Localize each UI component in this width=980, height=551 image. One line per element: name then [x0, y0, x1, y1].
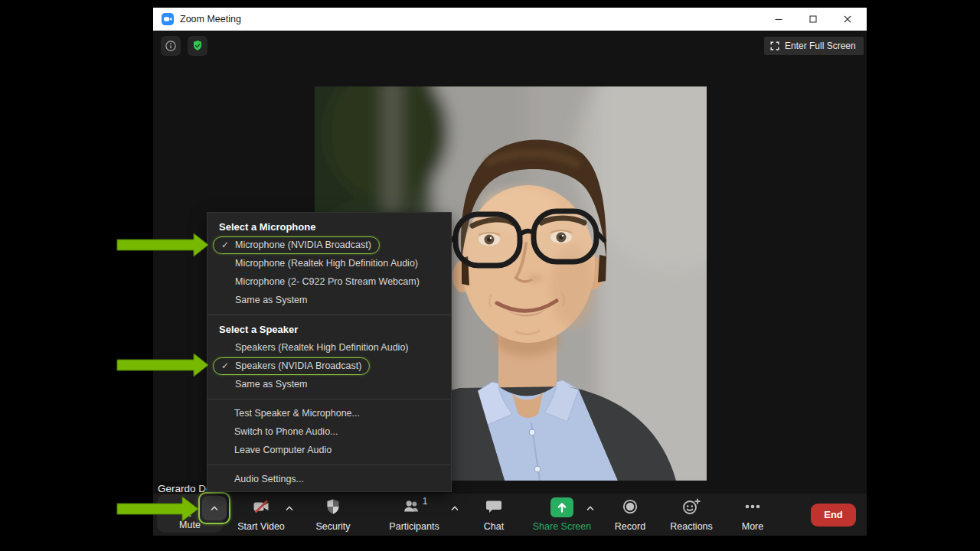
end-meeting-button[interactable]: End	[811, 504, 856, 527]
fullscreen-icon	[770, 41, 779, 51]
zoom-meeting-window: Zoom Meeting	[153, 8, 867, 536]
security-shield-icon	[324, 497, 342, 516]
maximize-button[interactable]	[799, 8, 828, 31]
close-button[interactable]	[833, 8, 862, 31]
window-title: Zoom Meeting	[180, 8, 241, 31]
select-microphone-header: Select a Microphone	[207, 217, 451, 236]
meeting-toolbar: Mute Start Video	[153, 494, 867, 536]
menu-item-audio-settings[interactable]: Audio Settings...	[207, 470, 451, 488]
microphone-icon	[178, 500, 197, 518]
enter-fullscreen-label: Enter Full Screen	[785, 41, 856, 51]
meeting-info-button[interactable]	[161, 36, 181, 56]
menu-item-test-speaker-microphone[interactable]: Test Speaker & Microphone...	[207, 404, 451, 422]
record-label: Record	[615, 521, 645, 532]
selected-device-highlight: ✓ Microphone (NVIDIA Broadcast)	[213, 236, 380, 254]
participants-options-button[interactable]	[450, 504, 459, 513]
participants-icon	[401, 497, 421, 516]
reactions-smiley-icon	[681, 497, 701, 516]
zoom-logo-icon	[162, 13, 174, 25]
record-button[interactable]: Record	[596, 494, 665, 533]
menu-item-speaker-same-as-system[interactable]: Same as System	[207, 375, 451, 393]
chat-label: Chat	[484, 521, 504, 532]
chat-button[interactable]: Chat	[459, 494, 528, 533]
share-screen-button[interactable]: Share Screen	[528, 494, 596, 533]
start-video-button[interactable]: Start Video	[227, 494, 296, 533]
menu-divider	[207, 459, 451, 470]
chevron-up-icon	[450, 505, 459, 511]
share-options-button[interactable]	[586, 504, 595, 513]
participants-count-badge: 1	[423, 496, 428, 507]
titlebar: Zoom Meeting	[153, 8, 867, 31]
encryption-status-button[interactable]	[188, 36, 207, 56]
participants-label: Participants	[389, 521, 439, 532]
check-icon: ✓	[221, 360, 235, 371]
audio-options-button[interactable]	[202, 496, 227, 520]
meeting-content: Enter Full Screen	[153, 31, 867, 536]
share-screen-icon	[550, 497, 573, 517]
maximize-icon	[809, 15, 817, 23]
menu-item-speaker-nvidia-broadcast[interactable]: ✓ Speakers (NVIDIA Broadcast)	[207, 357, 451, 375]
video-off-icon	[252, 497, 270, 516]
more-button[interactable]: More	[718, 494, 787, 533]
menu-item-mic-realtek[interactable]: Microphone (Realtek High Definition Audi…	[207, 254, 451, 272]
menu-item-speaker-realtek[interactable]: Speakers (Realtek High Definition Audio)	[207, 338, 451, 357]
menu-item-mic-same-as-system[interactable]: Same as System	[207, 291, 451, 309]
info-icon	[163, 38, 178, 54]
reactions-label: Reactions	[670, 521, 713, 532]
security-button[interactable]: Security	[299, 494, 368, 533]
more-dots-icon	[743, 497, 762, 516]
reactions-button[interactable]: Reactions	[657, 494, 726, 533]
share-screen-label: Share Screen	[533, 521, 591, 532]
menu-item-switch-to-phone-audio[interactable]: Switch to Phone Audio...	[207, 422, 451, 441]
menu-item-mic-c922-webcam[interactable]: Microphone (2- C922 Pro Stream Webcam)	[207, 272, 451, 291]
menu-item-mic-nvidia-broadcast[interactable]: ✓ Microphone (NVIDIA Broadcast)	[207, 236, 451, 254]
more-label: More	[742, 521, 763, 532]
record-icon	[621, 497, 639, 516]
shield-check-icon	[190, 38, 205, 54]
check-icon: ✓	[221, 240, 235, 250]
menu-item-leave-computer-audio[interactable]: Leave Computer Audio	[207, 441, 451, 459]
chat-bubble-icon	[485, 497, 503, 516]
participants-button[interactable]: 1 Participants	[380, 494, 449, 533]
minimize-icon	[775, 15, 782, 23]
menu-divider	[207, 393, 451, 404]
security-label: Security	[315, 521, 350, 532]
desktop: Zoom Meeting	[0, 0, 980, 551]
chevron-up-icon	[285, 505, 294, 511]
chevron-up-icon	[586, 505, 595, 511]
close-icon	[844, 15, 851, 23]
selected-device-highlight: ✓ Speakers (NVIDIA Broadcast)	[213, 357, 370, 375]
menu-divider	[207, 309, 451, 320]
minimize-button[interactable]	[764, 8, 793, 31]
video-options-button[interactable]	[285, 504, 294, 513]
mute-label: Mute	[157, 520, 223, 530]
select-speaker-header: Select a Speaker	[207, 320, 451, 338]
chevron-up-icon	[210, 505, 219, 511]
enter-fullscreen-button[interactable]: Enter Full Screen	[764, 37, 864, 55]
start-video-label: Start Video	[237, 521, 285, 532]
audio-device-menu: Select a Microphone ✓ Microphone (NVIDIA…	[207, 212, 452, 492]
